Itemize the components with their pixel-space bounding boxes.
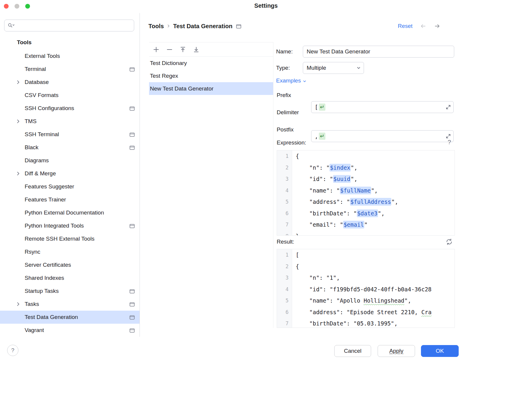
sidebar-item-label: Rsync xyxy=(25,249,40,255)
sidebar-item-rsync[interactable]: Rsync xyxy=(0,245,140,258)
sidebar-item-shared-indexes[interactable]: Shared Indexes xyxy=(0,271,140,285)
add-icon[interactable] xyxy=(152,45,160,54)
line-number: 4 xyxy=(277,188,292,193)
line-number: 6 xyxy=(277,309,292,315)
sidebar-item-features-trainer[interactable]: Features Trainer xyxy=(0,193,140,206)
settings-search[interactable] xyxy=(4,20,134,31)
project-level-icon xyxy=(129,145,135,150)
prefix-field[interactable]: [ ↵ xyxy=(311,101,454,113)
expression-editor[interactable]: 1{2 "n": "$index",3 "id": "$uuid",4 "nam… xyxy=(277,150,455,236)
import-icon[interactable] xyxy=(192,45,200,54)
apply-button[interactable]: Apply xyxy=(378,345,415,357)
code-text: "birthDate": "$date3", xyxy=(292,210,384,217)
sidebar-item-python-external-documentation[interactable]: Python External Documentation xyxy=(0,206,140,219)
project-level-icon xyxy=(129,223,135,228)
sidebar-section-tools: Tools xyxy=(0,35,140,50)
result-label: Result: xyxy=(277,239,294,245)
expand-field-icon[interactable] xyxy=(446,134,451,139)
generator-item-test-regex[interactable]: Test Regex xyxy=(149,69,273,82)
chevron-right-icon[interactable] xyxy=(15,171,21,176)
code-line: 6 "birthDate": "$date3", xyxy=(277,208,455,219)
sidebar-item-tms[interactable]: TMS xyxy=(0,115,140,128)
reset-link[interactable]: Reset xyxy=(398,23,413,29)
examples-link[interactable]: Examples xyxy=(276,76,307,85)
code-line: 2{ xyxy=(277,261,455,272)
chevron-right-icon[interactable] xyxy=(15,301,21,307)
sidebar-item-database[interactable]: Database xyxy=(0,76,140,89)
question-icon[interactable]: ? xyxy=(448,139,451,146)
line-number: 5 xyxy=(277,199,292,205)
sidebar-item-startup-tasks[interactable]: Startup Tasks xyxy=(0,285,140,298)
generator-item-label: Test Dictionary xyxy=(150,60,187,66)
code-text: "id": "f199bfd5-d042-40ff-b0a4-36c28 xyxy=(292,286,432,293)
code-line: 6 "address": "Episode Street 2210, Cra xyxy=(277,306,455,318)
sidebar-divider xyxy=(140,13,140,337)
prefix-value: [ xyxy=(315,104,318,110)
generator-list: Test DictionaryTest RegexNew Test Data G… xyxy=(149,57,273,98)
sidebar-item-csv-formats[interactable]: CSV Formats xyxy=(0,89,140,102)
sidebar-item-label: Server Certificates xyxy=(25,262,71,268)
remove-icon[interactable] xyxy=(165,45,174,54)
sidebar-item-ssh-configurations[interactable]: SSH Configurations xyxy=(0,102,140,115)
breadcrumb-separator-icon: › xyxy=(167,22,170,30)
back-arrow-icon[interactable] xyxy=(419,22,427,30)
sidebar-item-label: Test Data Generation xyxy=(25,314,78,320)
search-input[interactable] xyxy=(18,22,131,29)
project-level-icon xyxy=(129,67,135,72)
refresh-icon[interactable] xyxy=(445,238,453,247)
sidebar-item-ssh-terminal[interactable]: SSH Terminal xyxy=(0,128,140,141)
sidebar-item-label: Diff & Merge xyxy=(25,170,56,177)
sidebar-item-server-certificates[interactable]: Server Certificates xyxy=(0,258,140,271)
type-label: Type: xyxy=(276,62,290,74)
line-number: 2 xyxy=(277,165,292,171)
sidebar-item-remote-ssh-external-tools[interactable]: Remote SSH External Tools xyxy=(0,232,140,245)
chevron-right-icon[interactable] xyxy=(15,119,21,124)
help-button[interactable]: ? xyxy=(7,345,18,356)
sidebar-item-diagrams[interactable]: Diagrams xyxy=(0,154,140,167)
sidebar-item-diff-merge[interactable]: Diff & Merge xyxy=(0,167,140,180)
expand-field-icon[interactable] xyxy=(446,104,451,110)
breadcrumb: Tools › Test Data Generation xyxy=(148,21,241,31)
delimiter-value: , xyxy=(315,133,318,139)
sidebar-item-vagrant[interactable]: Vagrant xyxy=(0,324,140,337)
code-line: 8} xyxy=(277,231,455,236)
sidebar-item-features-suggester[interactable]: Features Suggester xyxy=(0,180,140,193)
code-line: 4 "id": "f199bfd5-d042-40ff-b0a4-36c28 xyxy=(277,284,455,295)
ok-button[interactable]: OK xyxy=(421,345,459,357)
sidebar-item-terminal[interactable]: Terminal xyxy=(0,63,140,76)
sidebar-item-test-data-generation[interactable]: Test Data Generation xyxy=(0,311,140,324)
sidebar-item-label: Python Integrated Tools xyxy=(25,223,84,229)
return-symbol-icon: ↵ xyxy=(319,133,325,140)
cancel-button[interactable]: Cancel xyxy=(334,345,371,357)
line-number: 2 xyxy=(277,263,292,269)
sidebar-item-label: Shared Indexes xyxy=(25,275,64,281)
delimiter-field[interactable]: , ↵ xyxy=(311,130,454,142)
sidebar-item-tasks[interactable]: Tasks xyxy=(0,298,140,311)
sidebar-item-label: Black xyxy=(25,144,38,151)
result-editor[interactable]: 1[2{3 "n": "1",4 "id": "f199bfd5-d042-40… xyxy=(277,249,455,328)
project-level-icon xyxy=(129,132,135,137)
expression-label: Expression: xyxy=(277,139,306,146)
sidebar-item-black[interactable]: Black xyxy=(0,141,140,154)
project-level-icon xyxy=(129,328,135,333)
sidebar-item-label: SSH Configurations xyxy=(25,105,74,112)
generator-item-new-test-data-generator[interactable]: New Test Data Generator xyxy=(149,82,273,95)
sidebar-item-python-integrated-tools[interactable]: Python Integrated Tools xyxy=(0,219,140,232)
settings-tree: External ToolsTerminalDatabaseCSV Format… xyxy=(0,50,140,337)
code-line: 3 "id": "$uuid", xyxy=(277,173,455,185)
sidebar-item-external-tools[interactable]: External Tools xyxy=(0,50,140,63)
chevron-right-icon[interactable] xyxy=(15,80,21,85)
export-icon[interactable] xyxy=(179,45,187,54)
type-select[interactable]: Multiple xyxy=(303,62,364,74)
forward-arrow-icon[interactable] xyxy=(433,22,441,30)
generator-item-test-dictionary[interactable]: Test Dictionary xyxy=(149,57,273,69)
prefix-label: Prefix xyxy=(277,89,291,101)
code-text: "birthDate": "05.03.1995", xyxy=(292,320,398,327)
line-number: 6 xyxy=(277,210,292,216)
sidebar-item-label: SSH Terminal xyxy=(25,131,59,138)
sidebar-item-label: Tasks xyxy=(25,301,39,307)
name-input[interactable] xyxy=(303,46,454,58)
breadcrumb-root[interactable]: Tools xyxy=(148,23,164,30)
window-title: Settings xyxy=(0,2,532,9)
sidebar-item-label: TMS xyxy=(25,118,37,125)
